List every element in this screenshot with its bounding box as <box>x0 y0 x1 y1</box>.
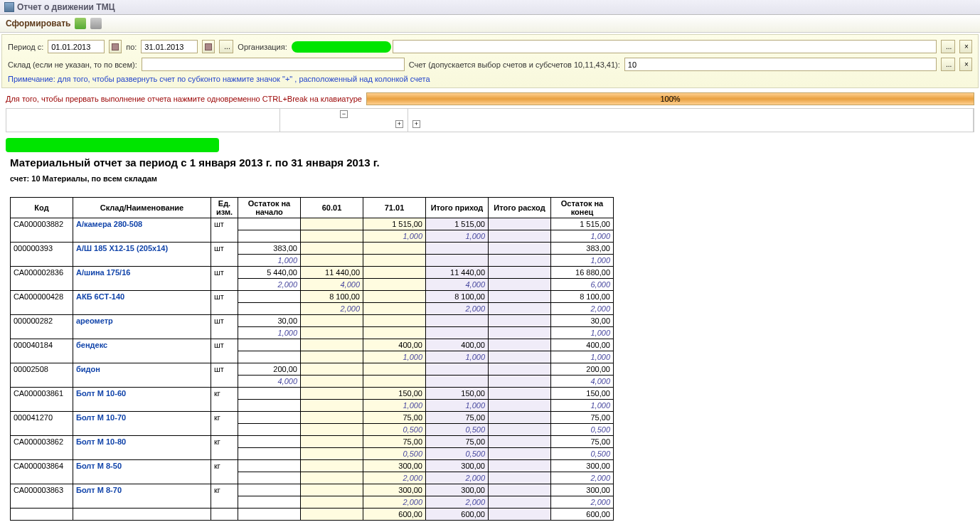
period-from-calendar-button[interactable] <box>109 40 122 53</box>
settings-icon[interactable] <box>90 18 102 29</box>
cell-in: 8 100,00 <box>426 291 489 303</box>
cell-in: 75,00 <box>426 436 489 448</box>
refresh-icon[interactable] <box>75 18 86 29</box>
cell-end: 30,00 <box>551 315 614 327</box>
cell-7101: 75,00 <box>363 412 426 424</box>
item-link[interactable]: А/шина 175/16 <box>76 268 130 277</box>
warehouse-label: Склад (если не указан, то по всем): <box>8 60 137 69</box>
cell-unit: кг <box>211 412 238 436</box>
th-out: Итого расход <box>489 198 551 218</box>
cell-out-qty <box>489 400 551 412</box>
org-select-button[interactable]: ... <box>941 40 955 53</box>
form-button[interactable]: Сформировать <box>6 18 70 28</box>
cell-unit: шт <box>211 363 238 388</box>
org-clear-button[interactable]: × <box>959 40 972 53</box>
cell-7101: 400,00 <box>363 339 426 351</box>
table-row: СА000002836А/шина 175/16шт5 440,0011 440… <box>11 267 614 279</box>
cell-code: 000000282 <box>11 315 73 339</box>
period-to-calendar-button[interactable] <box>202 40 215 53</box>
item-link[interactable]: Болт М 8-50 <box>76 462 122 470</box>
cell-start <box>238 291 301 303</box>
cell-name: Болт М 8-70 <box>73 484 211 509</box>
account-clear-button[interactable]: × <box>959 58 972 71</box>
cell-6001 <box>301 412 363 424</box>
period-dialog-button[interactable]: ... <box>219 40 233 53</box>
cell-in-qty: 2,000 <box>426 472 489 484</box>
item-link[interactable]: Болт М 10-60 <box>76 389 126 398</box>
cell-unit: кг <box>211 484 238 509</box>
period-to-input[interactable] <box>141 40 198 53</box>
item-link[interactable]: бидон <box>76 365 100 373</box>
cell-out-qty <box>489 376 551 388</box>
cell-6001-qty <box>301 255 363 267</box>
note-text: Примечание: для того, чтобы развернуть с… <box>8 73 972 86</box>
cell-6001-qty <box>301 472 363 484</box>
cell-in: 400,00 <box>426 339 489 351</box>
cell-code: СА000003862 <box>11 436 73 460</box>
cell-end: 400,00 <box>551 339 614 351</box>
cell-name: Болт М 10-80 <box>73 436 211 460</box>
cell-start-qty: 4,000 <box>238 376 301 388</box>
cell-out-qty <box>489 472 551 484</box>
cell-out <box>489 291 551 303</box>
cell-7101-qty <box>363 255 426 267</box>
cell-end: 300,00 <box>551 484 614 496</box>
expand-button-2[interactable]: + <box>412 120 420 128</box>
cell-code: СА000003882 <box>11 218 73 243</box>
cell-6001 <box>301 218 363 230</box>
cell-in-qty: 0,500 <box>426 448 489 460</box>
cell-code: СА000003861 <box>11 388 73 412</box>
cell-name: ареометр <box>73 315 211 339</box>
cell-out-qty <box>489 448 551 460</box>
cell-start-qty <box>238 424 301 436</box>
table-row: СА000003863Болт М 8-70кг300,00300,00300,… <box>11 484 614 496</box>
cell-end: 75,00 <box>551 412 614 424</box>
period-to-label: по: <box>126 43 137 51</box>
cell-start-qty <box>238 230 301 243</box>
warehouse-input[interactable] <box>142 58 405 71</box>
cell-name: АКБ 6СТ-140 <box>73 291 211 315</box>
cell-7101-qty: 1,000 <box>363 230 426 243</box>
collapse-button[interactable]: − <box>340 110 348 118</box>
item-link[interactable]: бендекс <box>76 341 107 349</box>
cell-6001 <box>301 339 363 351</box>
cell-7101: 75,00 <box>363 436 426 448</box>
cell-end: 8 100,00 <box>551 291 614 303</box>
cell-in: 300,00 <box>426 484 489 496</box>
cell-7101-qty: 2,000 <box>363 472 426 484</box>
th-end: Остаток на конец <box>551 198 614 218</box>
cell-6001-qty <box>301 496 363 509</box>
cell-unit: кг <box>211 460 238 484</box>
cell-6001-qty <box>301 448 363 460</box>
item-link[interactable]: ареометр <box>76 316 113 325</box>
org-input[interactable] <box>393 40 937 53</box>
cell-unit: шт <box>211 315 238 339</box>
cell-end-qty: 2,000 <box>551 496 614 509</box>
item-link[interactable]: Болт М 10-70 <box>76 413 126 422</box>
table-row: СА000003861Болт М 10-60кг150,00150,00150… <box>11 388 614 400</box>
account-select-button[interactable]: ... <box>941 58 955 71</box>
item-link[interactable]: А/Ш 185 Х12-15 (205х14) <box>76 244 168 252</box>
cell-in: 1 515,00 <box>426 218 489 230</box>
expand-button-1[interactable]: + <box>395 120 403 128</box>
cell-6001 <box>301 460 363 472</box>
cell-end: 150,00 <box>551 388 614 400</box>
item-link[interactable]: АКБ 6СТ-140 <box>76 292 124 301</box>
cell-7101-qty: 0,500 <box>363 448 426 460</box>
cell-6001 <box>301 436 363 448</box>
period-from-input[interactable] <box>48 40 105 53</box>
cell-in-qty: 1,000 <box>426 230 489 243</box>
th-6001: 60.01 <box>301 198 363 218</box>
cell-7101: 1 515,00 <box>363 218 426 230</box>
cell-7101-qty <box>363 279 426 291</box>
account-input[interactable] <box>624 58 937 71</box>
table-row: 000000393А/Ш 185 Х12-15 (205х14)шт383,00… <box>11 243 614 255</box>
period-from-label: Период с: <box>8 43 43 51</box>
cell-7101-qty <box>363 327 426 339</box>
cell-code: 00002508 <box>11 363 73 388</box>
item-link[interactable]: Болт М 10-80 <box>76 437 126 446</box>
report-area: Материальный отчет за период с 1 января … <box>0 132 980 521</box>
item-link[interactable]: А/камера 280-508 <box>76 220 142 228</box>
cell-6001-qty <box>301 230 363 243</box>
item-link[interactable]: Болт М 8-70 <box>76 486 122 494</box>
